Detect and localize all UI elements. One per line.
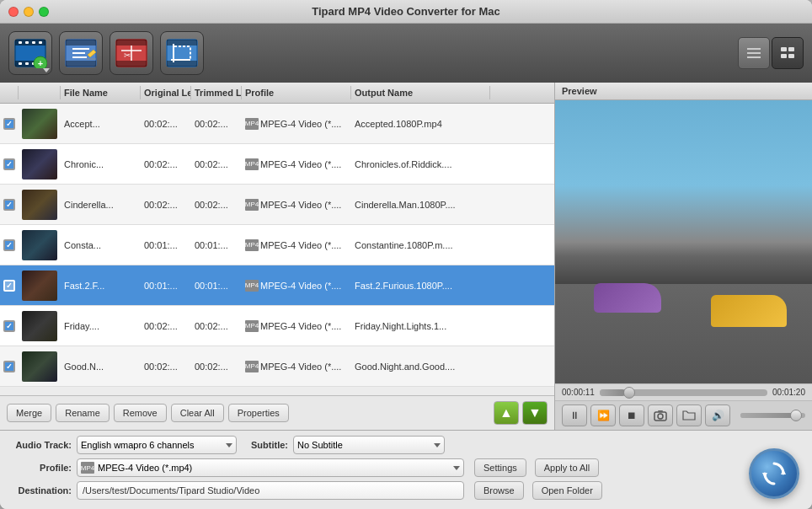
- profile-icon: MP4: [245, 118, 259, 130]
- profile-select[interactable]: MP4 MPEG-4 Video (*.mp4): [77, 458, 464, 477]
- destination-path: /Users/test/Documents/Tipard Studio/Vide…: [77, 481, 464, 500]
- title-bar: Tipard MP4 Video Converter for Mac: [0, 0, 812, 24]
- svg-rect-29: [167, 61, 197, 67]
- rename-button[interactable]: Rename: [56, 404, 110, 422]
- subtitle-select[interactable]: No Subtitle: [293, 436, 445, 454]
- profile-icon: MP4: [245, 320, 259, 332]
- table-row[interactable]: Chronic... 00:02:... 00:02:... MP4MPEG-4…: [0, 144, 554, 185]
- forward-button[interactable]: ⏩: [590, 405, 616, 426]
- svg-rect-7: [19, 62, 22, 65]
- browse-button[interactable]: Browse: [474, 481, 524, 500]
- preview-header: Preview: [555, 83, 812, 100]
- add-video-button[interactable]: +: [8, 31, 52, 75]
- subtitle-label: Subtitle:: [242, 440, 288, 450]
- screenshot-button[interactable]: [648, 405, 673, 426]
- row-output: Constantine.1080P.m....: [351, 238, 490, 252]
- row-profile: MP4MPEG-4 Video (*....: [242, 116, 351, 131]
- row-checkbox[interactable]: [3, 118, 15, 130]
- row-checkbox[interactable]: [3, 320, 15, 332]
- svg-text:+: +: [38, 58, 43, 68]
- remove-button[interactable]: Remove: [114, 404, 167, 422]
- clear-all-button[interactable]: Clear All: [171, 404, 224, 422]
- table-row[interactable]: Friday.... 00:02:... 00:02:... MP4MPEG-4…: [0, 306, 554, 346]
- detail-view-button[interactable]: [772, 37, 804, 69]
- profile-icon: MP4: [245, 239, 259, 251]
- profile-value: MPEG-4 Video (*.mp4): [98, 463, 192, 473]
- open-folder-button[interactable]: Open Folder: [532, 481, 602, 500]
- merge-button[interactable]: Merge: [7, 404, 51, 422]
- list-view-button[interactable]: [738, 37, 770, 69]
- th-filename: File Name: [61, 86, 141, 99]
- maximize-button[interactable]: [39, 7, 49, 17]
- settings-button[interactable]: Settings: [474, 458, 526, 477]
- pause-button[interactable]: ⏸: [562, 405, 587, 426]
- edit-button[interactable]: [59, 31, 103, 75]
- row-checkbox[interactable]: [3, 239, 15, 251]
- row-checkbox[interactable]: [3, 361, 15, 372]
- row-trimmed: 00:02:...: [191, 158, 242, 171]
- view-toggle: [738, 37, 804, 69]
- row-filename: Fast.2.F...: [61, 279, 141, 292]
- volume-slider[interactable]: [740, 413, 805, 418]
- time-total: 00:01:20: [772, 388, 805, 397]
- row-original: 00:02:...: [141, 117, 191, 131]
- row-original: 00:02:...: [141, 158, 191, 171]
- svg-rect-14: [66, 40, 96, 46]
- row-filename: Consta...: [61, 238, 141, 252]
- audio-track-value: English wmapro 6 channels: [81, 440, 195, 450]
- preview-panel: Preview 00:00:11 00:01:20 ⏸: [555, 83, 812, 430]
- car-purple: [594, 283, 661, 313]
- table-row[interactable]: Consta... 00:01:... 00:01:... MP4MPEG-4 …: [0, 225, 554, 265]
- close-button[interactable]: [8, 7, 19, 17]
- time-current: 00:00:11: [562, 388, 595, 397]
- svg-rect-42: [658, 410, 663, 412]
- folder-button[interactable]: [676, 405, 702, 426]
- th-trimmed: Trimmed L...: [191, 86, 242, 99]
- th-output: Output Name: [351, 86, 490, 99]
- move-up-button[interactable]: ▲: [494, 401, 519, 425]
- audio-track-select[interactable]: English wmapro 6 channels: [77, 436, 237, 454]
- volume-thumb[interactable]: [790, 410, 802, 421]
- table-row-selected[interactable]: Fast.2.F... 00:01:... 00:01:... MP4MPEG-…: [0, 265, 554, 306]
- apply-to-all-button[interactable]: Apply to All: [535, 458, 599, 477]
- svg-rect-4: [25, 41, 29, 44]
- properties-button[interactable]: Properties: [228, 404, 289, 422]
- row-thumbnail: [22, 109, 57, 139]
- subtitle-value: No Subtitle: [297, 440, 343, 450]
- convert-button[interactable]: [749, 448, 799, 499]
- row-original: 00:02:...: [141, 198, 191, 212]
- svg-rect-15: [66, 61, 96, 67]
- profile-format-icon: MP4: [81, 462, 94, 474]
- svg-rect-38: [781, 54, 787, 58]
- camera-icon: [654, 410, 667, 421]
- table-row[interactable]: Accept... 00:02:... 00:02:... MP4MPEG-4 …: [0, 104, 554, 144]
- destination-row: Destination: /Users/test/Documents/Tipar…: [8, 481, 804, 500]
- file-panel: File Name Original Le... Trimmed L... Pr…: [0, 83, 555, 430]
- row-filename: Cinderella...: [61, 198, 141, 212]
- minimize-button[interactable]: [24, 7, 34, 17]
- row-profile: MP4MPEG-4 Video (*....: [242, 238, 351, 253]
- progress-bar[interactable]: [600, 389, 767, 396]
- row-checkbox[interactable]: [3, 280, 15, 292]
- stop-button[interactable]: ⏹: [619, 405, 644, 426]
- progress-thumb[interactable]: [623, 387, 635, 399]
- row-thumbnail: [22, 271, 57, 301]
- row-trimmed: 00:01:...: [191, 279, 242, 292]
- row-filename: Chronic...: [61, 158, 141, 171]
- row-profile: MP4MPEG-4 Video (*....: [242, 319, 351, 334]
- file-table: File Name Original Le... Trimmed L... Pr…: [0, 83, 554, 395]
- row-checkbox[interactable]: [3, 199, 15, 211]
- svg-rect-6: [39, 41, 42, 44]
- svg-rect-3: [19, 41, 22, 44]
- svg-rect-34: [747, 52, 761, 54]
- svg-rect-22: [116, 40, 147, 46]
- settings-panel: Audio Track: English wmapro 6 channels S…: [0, 430, 812, 509]
- row-trimmed: 00:02:...: [191, 117, 242, 131]
- row-checkbox[interactable]: [3, 158, 15, 170]
- profile-icon: MP4: [245, 361, 259, 372]
- table-row[interactable]: Cinderella... 00:02:... 00:02:... MP4MPE…: [0, 185, 554, 225]
- table-row[interactable]: Good.N... 00:02:... 00:02:... MP4MPEG-4 …: [0, 346, 554, 387]
- move-down-button[interactable]: ▼: [522, 401, 548, 425]
- crop-button[interactable]: [160, 31, 204, 75]
- trim-button[interactable]: ✂: [110, 31, 153, 75]
